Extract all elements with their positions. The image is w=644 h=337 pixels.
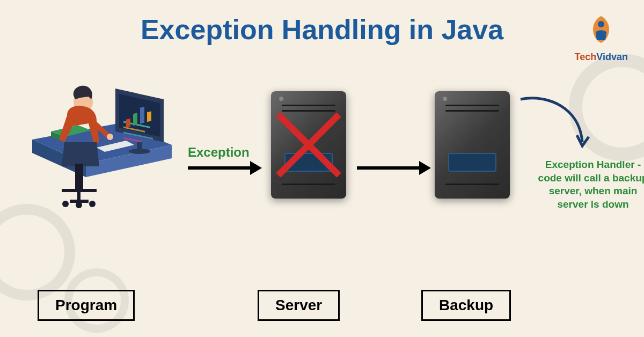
arrow-server-to-backup <box>357 166 421 170</box>
logo-vidvan-text: Vidvan <box>596 52 628 62</box>
svg-rect-8 <box>133 113 137 126</box>
svg-rect-7 <box>126 119 130 128</box>
curved-arrow-icon <box>515 91 596 156</box>
backup-label-box: Backup <box>421 290 511 321</box>
svg-point-14 <box>62 201 69 207</box>
server-main <box>271 91 346 199</box>
svg-point-6 <box>129 149 150 154</box>
techvidvan-logo: TechVidvan <box>575 11 628 63</box>
exception-label: Exception <box>188 145 250 160</box>
server-label-box: Server <box>258 290 340 321</box>
svg-point-15 <box>76 202 82 208</box>
svg-rect-13 <box>75 164 83 191</box>
handler-description: Exception Handler - code will call a bac… <box>537 158 644 211</box>
logo-icon <box>585 11 617 48</box>
svg-point-0 <box>598 21 604 27</box>
programmer-illustration <box>21 70 182 220</box>
arrow-program-to-server <box>188 166 252 170</box>
logo-tech-text: Tech <box>575 52 597 62</box>
svg-point-12 <box>107 134 113 140</box>
program-label-box: Program <box>38 290 135 321</box>
svg-point-16 <box>89 201 96 207</box>
diagram-container: Exception Exception Handler - code will … <box>21 70 623 274</box>
logo-text: TechVidvan <box>575 52 628 63</box>
svg-rect-10 <box>147 111 151 122</box>
svg-rect-9 <box>140 107 144 124</box>
page-title: Exception Handling in Java <box>0 0 644 46</box>
cross-icon <box>271 107 346 182</box>
server-backup <box>435 91 510 199</box>
